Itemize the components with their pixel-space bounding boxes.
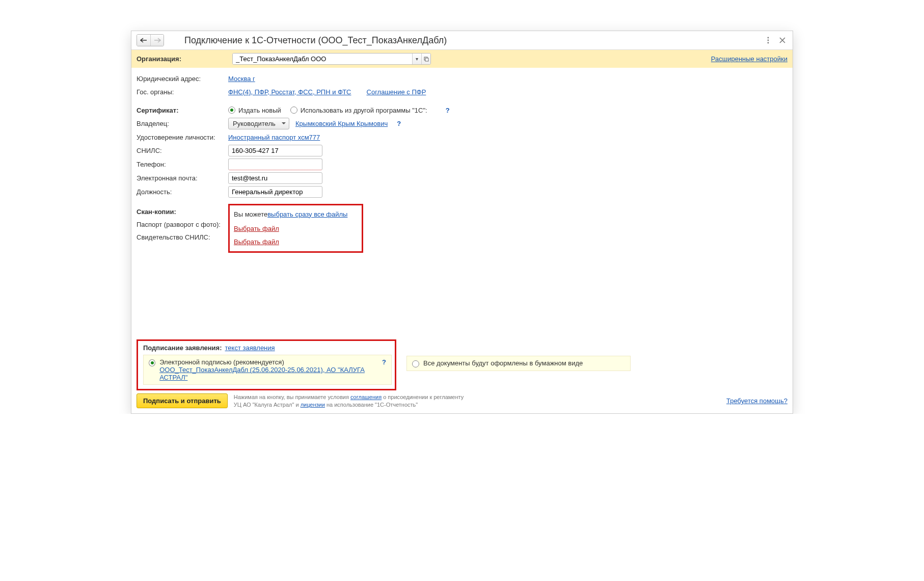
svg-point-0 [768, 37, 769, 39]
org-label: Организация: [137, 55, 228, 63]
phone-label: Телефон: [137, 161, 228, 168]
kebab-icon [767, 37, 769, 44]
org-input[interactable] [233, 54, 412, 64]
nav-buttons [137, 34, 164, 46]
signing-label: Подписание заявления: [143, 344, 222, 352]
sign-option-esig[interactable]: Электронной подписью (рекомендуется) ООО… [143, 355, 392, 385]
owner-help[interactable]: ? [397, 120, 401, 127]
close-button[interactable] [777, 35, 787, 45]
phone-input[interactable] [228, 159, 322, 170]
sign-opt1-help[interactable]: ? [382, 358, 386, 366]
svg-point-2 [768, 42, 769, 44]
scans-label: Скан-копии: [137, 208, 228, 216]
email-input[interactable] [228, 172, 322, 184]
email-label: Электронная почта: [137, 174, 228, 182]
idproof-link[interactable]: Иностранный паспорт хсм777 [228, 134, 320, 141]
back-button[interactable] [137, 35, 150, 46]
need-help-link[interactable]: Требуется помощь? [726, 397, 787, 405]
cert-new-text: Издать новый [238, 107, 281, 114]
organization-bar: Организация: ▾ Расширенные настройки [131, 50, 793, 68]
gov-link[interactable]: ФНС(4), ПФР, Росстат, ФСС, РПН и ФТС [228, 88, 351, 96]
position-input[interactable] [228, 186, 322, 198]
advanced-settings-link[interactable]: Расширенные настройки [711, 55, 787, 63]
submit-button[interactable]: Подписать и отправить [137, 393, 228, 408]
popup-icon [424, 57, 429, 62]
cert-other-radio[interactable]: Использовать из другой программы "1С": [290, 107, 427, 114]
forward-button[interactable] [150, 35, 164, 46]
snils-input[interactable] [228, 145, 322, 156]
owner-label: Владелец: [137, 120, 228, 127]
org-open-button[interactable] [421, 54, 430, 64]
radio-icon [412, 360, 419, 367]
cert-help[interactable]: ? [446, 107, 450, 114]
passport-label: Паспорт (разворот с фото): [137, 221, 228, 228]
legal-address-link[interactable]: Москва г [228, 75, 255, 83]
svg-point-1 [768, 40, 769, 41]
radio-icon [228, 107, 235, 114]
passport-file-link[interactable]: Выбрать файл [234, 225, 279, 232]
titlebar: Подключение к 1С-Отчетности (ООО_Тест_По… [131, 31, 793, 50]
license-link[interactable]: лицензии [301, 402, 325, 408]
application-text-link[interactable]: текст заявления [225, 344, 275, 352]
snils-doc-label: Свидетельство СНИЛС: [137, 233, 228, 241]
gov-label: Гос. органы: [137, 88, 228, 96]
scans-highlight: Вы можете выбрать сразу все файлы Выбрат… [228, 204, 363, 253]
legal-address-label: Юридический адрес: [137, 75, 228, 83]
page-title: Подключение к 1С-Отчетности (ООО_Тест_По… [184, 35, 763, 46]
pfr-agreement-link[interactable]: Соглашение с ПФР [367, 88, 426, 96]
sign-opt2-text: Все документы будут оформлены в бумажном… [423, 359, 583, 367]
sign-opt1-text: Электронной подписью (рекомендуется) [159, 358, 378, 366]
org-dropdown-button[interactable]: ▾ [412, 54, 421, 64]
cert-new-radio[interactable]: Издать новый [228, 107, 281, 114]
app-window: Подключение к 1С-Отчетности (ООО_Тест_По… [131, 31, 793, 414]
close-icon [779, 37, 785, 43]
arrow-left-icon [140, 38, 147, 43]
radio-icon [149, 359, 155, 366]
svg-rect-4 [425, 58, 428, 61]
more-menu-button[interactable] [763, 35, 773, 45]
scans-text-prefix: Вы можете [234, 210, 267, 218]
snils-label: СНИЛС: [137, 147, 228, 154]
select-all-files-link[interactable]: выбрать сразу все файлы [267, 210, 347, 218]
radio-icon [290, 107, 297, 114]
agreement-link[interactable]: соглашения [350, 394, 382, 400]
sign-opt1-cert-link[interactable]: ООО_Тест_ПоказАнкелДабл (25.06.2020-25.0… [159, 366, 365, 381]
snils-file-link[interactable]: Выбрать файл [234, 238, 279, 246]
footer: Подписать и отправить Нажимая на кнопку,… [131, 390, 793, 413]
sign-option-paper[interactable]: Все документы будут оформлены в бумажном… [406, 356, 631, 371]
signing-block: Подписание заявления: текст заявления Эл… [137, 339, 396, 390]
disclaimer: Нажимая на кнопку, вы принимаете условия… [234, 393, 468, 408]
owner-link[interactable]: Крымковский Крым Крымович [295, 120, 388, 127]
cert-other-text: Использовать из другой программы "1С": [301, 107, 427, 114]
cert-label: Сертификат: [137, 107, 228, 114]
arrow-right-icon [154, 38, 161, 43]
org-input-wrap: ▾ [232, 53, 431, 65]
position-label: Должность: [137, 188, 228, 196]
owner-dropdown[interactable]: Руководитель [228, 118, 289, 129]
form-area: Юридический адрес: Москва г Гос. органы:… [131, 68, 793, 253]
idproof-label: Удостоверение личности: [137, 134, 228, 141]
